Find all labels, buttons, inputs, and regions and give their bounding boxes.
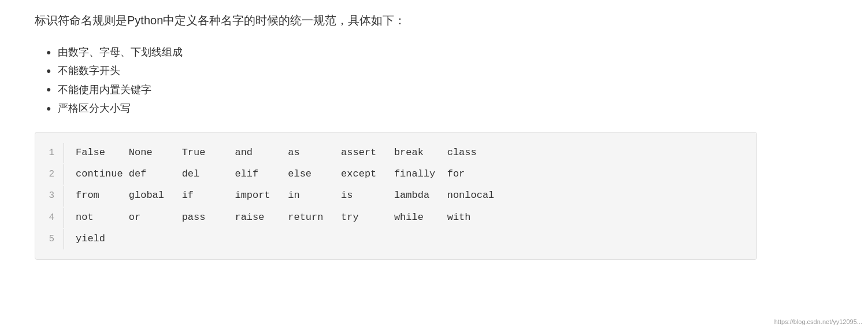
line-number-5: 5 (35, 229, 64, 249)
bullet-list: 由数字、字母、下划线组成 不能数字开头 不能使用内置关键字 严格区分大小写 (35, 43, 845, 118)
bullet-item-2: 不能数字开头 (46, 61, 845, 80)
code-line-4: 4 not or pass raise return try while wit… (35, 207, 756, 228)
code-line-2: 2 continue def del elif else except fina… (35, 163, 756, 185)
bullet-item-4: 严格区分大小写 (46, 99, 845, 117)
code-block: 1 False None True and as assert break cl… (35, 132, 757, 260)
line-number-2: 2 (35, 164, 64, 185)
bullet-item-1: 由数字、字母、下划线组成 (46, 43, 845, 61)
page-title: 标识符命名规则是Python中定义各种名字的时候的统一规范，具体如下： (35, 12, 845, 29)
code-content-3: from global if import in is lambda nonlo… (64, 185, 494, 206)
bullet-item-3: 不能使用内置关键字 (46, 80, 845, 99)
line-number-3: 3 (35, 186, 64, 206)
watermark: https://blog.csdn.net/yy12095... (774, 318, 862, 325)
code-line-3: 3 from global if import in is lambda non… (35, 185, 756, 206)
code-line-5: 5 yield (35, 228, 756, 249)
code-content-4: not or pass raise return try while with (64, 207, 471, 228)
code-content-1: False None True and as assert break clas… (64, 142, 477, 163)
code-content-2: continue def del elif else except finall… (64, 163, 465, 185)
line-number-1: 1 (35, 143, 64, 163)
code-line-1: 1 False None True and as assert break cl… (35, 142, 756, 163)
line-number-4: 4 (35, 208, 64, 228)
code-content-5: yield (64, 228, 105, 249)
